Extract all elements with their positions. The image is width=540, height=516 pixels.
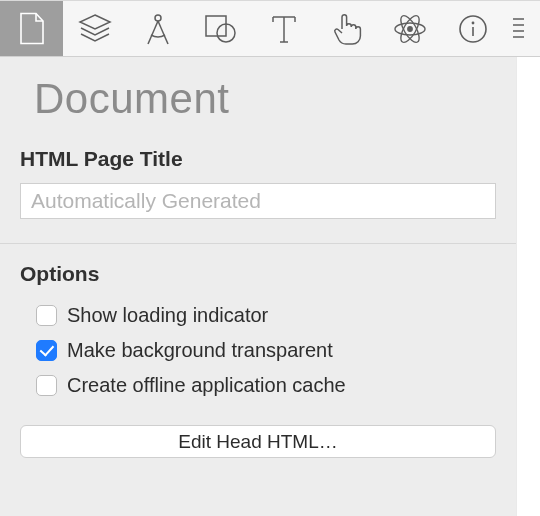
tab-interaction[interactable] bbox=[315, 1, 378, 56]
option-offline-cache: Create offline application cache bbox=[0, 368, 516, 403]
layers-icon bbox=[77, 13, 113, 45]
checkbox-offline-cache[interactable] bbox=[36, 375, 57, 396]
overflow-icon bbox=[510, 15, 524, 43]
svg-line-2 bbox=[158, 21, 168, 44]
edit-head-html-button[interactable]: Edit Head HTML… bbox=[20, 425, 496, 458]
options-label: Options bbox=[0, 262, 516, 298]
tab-info[interactable] bbox=[441, 1, 504, 56]
inspector-toolbar bbox=[0, 0, 540, 57]
checkbox-transparent-bg[interactable] bbox=[36, 340, 57, 361]
tab-text[interactable] bbox=[252, 1, 315, 56]
shape-icon bbox=[204, 14, 238, 44]
svg-point-10 bbox=[407, 26, 411, 30]
compass-icon bbox=[142, 12, 174, 46]
panel-title: Document bbox=[0, 57, 516, 147]
tab-overflow[interactable] bbox=[504, 1, 540, 56]
text-icon bbox=[271, 14, 297, 44]
document-icon bbox=[19, 12, 45, 45]
divider bbox=[0, 243, 516, 244]
option-label: Show loading indicator bbox=[67, 304, 268, 327]
pointer-icon bbox=[332, 12, 362, 46]
svg-line-1 bbox=[148, 21, 158, 44]
tab-shape[interactable] bbox=[189, 1, 252, 56]
tab-layers[interactable] bbox=[63, 1, 126, 56]
html-title-label: HTML Page Title bbox=[0, 147, 516, 183]
option-show-loading: Show loading indicator bbox=[0, 298, 516, 333]
tab-physics[interactable] bbox=[378, 1, 441, 56]
svg-point-15 bbox=[471, 21, 474, 24]
svg-point-0 bbox=[155, 15, 161, 21]
option-transparent-bg: Make background transparent bbox=[0, 333, 516, 368]
html-title-input[interactable] bbox=[20, 183, 496, 219]
atom-icon bbox=[393, 12, 427, 46]
tab-document[interactable] bbox=[0, 1, 63, 56]
tab-geometry[interactable] bbox=[126, 1, 189, 56]
checkbox-show-loading[interactable] bbox=[36, 305, 57, 326]
document-panel: Document HTML Page Title Options Show lo… bbox=[0, 57, 517, 516]
option-label: Create offline application cache bbox=[67, 374, 346, 397]
svg-rect-3 bbox=[206, 16, 226, 36]
option-label: Make background transparent bbox=[67, 339, 333, 362]
edit-head-html-label: Edit Head HTML… bbox=[178, 431, 337, 453]
info-icon bbox=[458, 14, 488, 44]
